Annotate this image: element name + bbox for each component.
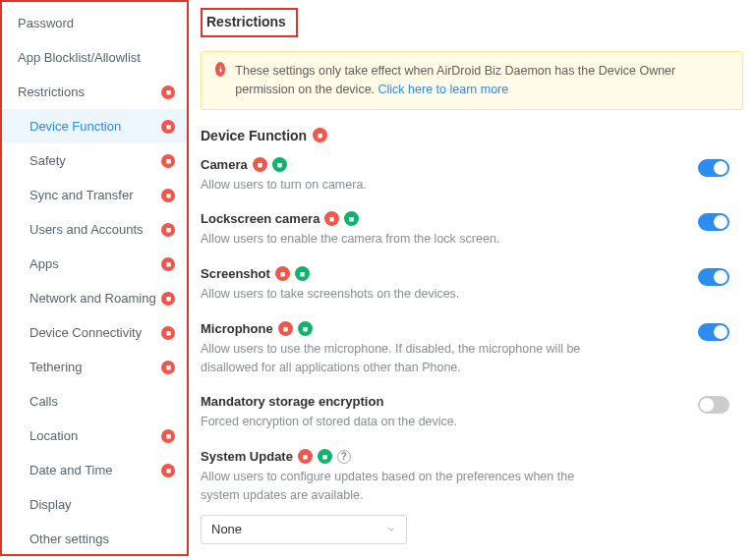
sidebar-item-label: Other settings: [29, 532, 109, 546]
system-update-select[interactable]: None: [201, 515, 407, 544]
svg-point-7: [283, 271, 284, 272]
sidebar-item-network-and-roaming[interactable]: Network and Roaming: [2, 281, 187, 315]
sidebar-item-safety[interactable]: Safety: [2, 143, 187, 178]
toggle-switch[interactable]: [698, 159, 729, 177]
sidebar-item-location[interactable]: Location: [2, 419, 187, 453]
restriction-badge-icon: [161, 223, 175, 237]
svg-point-0: [219, 67, 221, 69]
sidebar-item-general-settings[interactable]: General Settings: [2, 556, 187, 560]
sidebar-item-sync-and-transfer[interactable]: Sync and Transfer: [2, 178, 187, 212]
android-icon: [298, 449, 313, 464]
page-title: Restrictions: [201, 8, 298, 37]
svg-point-6: [281, 271, 282, 272]
setting-microphone: MicrophoneAllow users to use the microph…: [201, 321, 755, 377]
android-icon: [275, 266, 290, 281]
svg-point-9: [286, 325, 287, 326]
svg-point-8: [284, 325, 285, 326]
svg-point-4: [330, 216, 331, 217]
sidebar-item-password[interactable]: Password: [2, 6, 187, 40]
svg-rect-1: [219, 69, 221, 73]
sidebar-item-device-connectivity[interactable]: Device Connectivity: [2, 315, 187, 350]
enterprise-icon: [298, 321, 313, 336]
setting-label: System Update?: [201, 449, 676, 464]
help-icon[interactable]: ?: [337, 450, 351, 464]
sidebar-item-label: Network and Roaming: [29, 291, 156, 306]
setting-label: Lockscreen camera: [201, 211, 676, 226]
android-icon: [313, 128, 327, 142]
sidebar-item-display[interactable]: Display: [2, 487, 187, 522]
sidebar-item-date-and-time[interactable]: Date and Time: [2, 453, 187, 487]
sidebar-item-label: Safety: [29, 153, 66, 168]
android-icon: [253, 157, 267, 172]
enterprise-icon: [344, 211, 359, 226]
restriction-badge-icon: [161, 120, 175, 134]
sidebar-item-label: Restrictions: [18, 84, 85, 99]
setting-label: Mandatory storage encryption: [201, 394, 676, 409]
setting-label: Microphone: [201, 321, 676, 336]
sidebar-item-label: Password: [18, 16, 74, 30]
toggle-switch[interactable]: [698, 268, 729, 286]
sidebar: PasswordApp Blocklist/AllowlistRestricti…: [0, 0, 189, 556]
sidebar-item-restrictions[interactable]: Restrictions: [2, 75, 187, 109]
sidebar-item-label: Date and Time: [29, 463, 113, 477]
sidebar-item-tethering[interactable]: Tethering: [2, 350, 187, 384]
svg-point-5: [333, 216, 334, 217]
warning-icon: [215, 62, 225, 77]
setting-description: Allow users to use the microphone. If di…: [201, 340, 604, 377]
svg-point-11: [306, 454, 307, 455]
sidebar-item-label: Sync and Transfer: [29, 188, 134, 202]
setting-description: Allow users to configure updates based o…: [201, 468, 604, 505]
enterprise-icon: [295, 266, 310, 281]
sidebar-item-label: Display: [29, 497, 72, 512]
sidebar-item-apps[interactable]: Apps: [2, 247, 187, 281]
restriction-badge-icon: [161, 326, 175, 340]
notice-banner: These settings only take effect when Air…: [201, 51, 743, 110]
sidebar-item-label: Apps: [29, 256, 59, 271]
sidebar-item-calls[interactable]: Calls: [2, 384, 187, 419]
enterprise-icon: [318, 449, 332, 464]
sidebar-item-device-function[interactable]: Device Function: [2, 109, 187, 143]
setting-mandatory-storage-encryption: Mandatory storage encryptionForced encry…: [201, 394, 755, 431]
sidebar-item-label: Device Function: [29, 119, 121, 134]
sidebar-item-other-settings[interactable]: Other settings: [2, 522, 187, 556]
sidebar-item-label: App Blocklist/Allowlist: [18, 50, 141, 65]
restriction-badge-icon: [161, 464, 175, 477]
setting-label: Screenshot: [201, 266, 676, 281]
android-icon: [324, 211, 339, 226]
restriction-badge-icon: [161, 257, 175, 271]
setting-description: Allow users to take screenshots on the d…: [201, 285, 604, 304]
svg-point-10: [304, 454, 305, 455]
sidebar-item-users-and-accounts[interactable]: Users and Accounts: [2, 212, 187, 247]
enterprise-icon: [272, 157, 287, 172]
setting-system-update: System Update?Allow users to configure u…: [201, 449, 755, 544]
section-heading: Device Function: [201, 128, 755, 143]
restriction-badge-icon: [161, 154, 175, 168]
restriction-badge-icon: [161, 361, 175, 374]
notice-link[interactable]: Click here to learn more: [378, 83, 509, 96]
setting-lockscreen-camera: Lockscreen cameraAllow users to enable t…: [201, 211, 755, 249]
setting-label: Camera: [201, 157, 676, 172]
sidebar-item-label: Device Connectivity: [29, 325, 142, 340]
svg-point-3: [261, 161, 261, 162]
setting-description: Forced encryption of stored data on the …: [201, 413, 604, 431]
restriction-badge-icon: [161, 292, 175, 306]
restriction-badge-icon: [161, 429, 175, 443]
sidebar-item-label: Location: [29, 428, 78, 443]
setting-description: Allow users to turn on camera.: [201, 176, 604, 195]
setting-description: Allow users to enable the camera from th…: [201, 230, 604, 249]
sidebar-item-label: Users and Accounts: [29, 222, 144, 237]
setting-screenshot: ScreenshotAllow users to take screenshot…: [201, 266, 755, 304]
section-heading-label: Device Function: [201, 128, 307, 143]
sidebar-item-app-blocklist-allowlist[interactable]: App Blocklist/Allowlist: [2, 40, 187, 75]
svg-point-2: [259, 161, 260, 162]
toggle-switch[interactable]: [698, 323, 729, 341]
main-content: Restrictions These settings only take ef…: [189, 0, 755, 560]
setting-camera: CameraAllow users to turn on camera.: [201, 157, 755, 195]
toggle-switch[interactable]: [698, 396, 729, 414]
restriction-badge-icon: [161, 189, 175, 202]
sidebar-item-label: Calls: [29, 394, 58, 409]
toggle-switch[interactable]: [698, 213, 729, 231]
restriction-badge-icon: [161, 85, 175, 99]
sidebar-item-label: Tethering: [29, 360, 82, 374]
android-icon: [278, 321, 293, 336]
